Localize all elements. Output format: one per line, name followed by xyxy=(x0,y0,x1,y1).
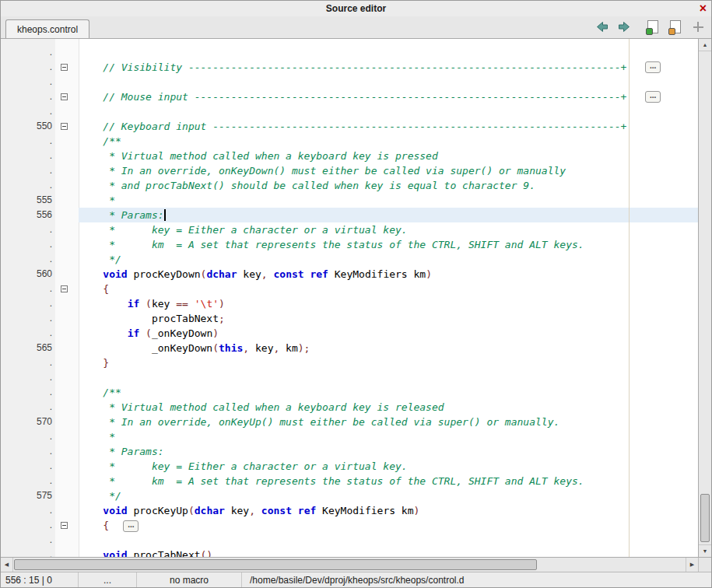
code-text[interactable]: if (_onKeyDown) xyxy=(79,326,698,341)
code-text[interactable]: { xyxy=(79,282,698,296)
code-line[interactable]: 565 _onKeyDown(this, key, km); xyxy=(1,341,698,355)
code-line[interactable]: 556 * Params: xyxy=(1,208,698,222)
fold-toggle-icon[interactable] xyxy=(61,522,68,529)
code-line[interactable]: 555 * xyxy=(1,193,698,208)
code-text[interactable]: * km = A set that represents the status … xyxy=(79,237,698,252)
close-icon[interactable]: × xyxy=(700,1,707,16)
code-line[interactable]: . // Mouse input -----------------------… xyxy=(1,89,698,104)
code-text[interactable]: * xyxy=(79,429,698,444)
code-text[interactable] xyxy=(79,104,698,119)
go-forward-icon[interactable] xyxy=(617,20,631,33)
code-text[interactable]: } xyxy=(79,355,698,370)
code-text[interactable]: * and procTabNext() should be called whe… xyxy=(79,178,698,193)
code-text[interactable]: * In an override, onKeyUp() must either … xyxy=(79,415,698,429)
code-line[interactable]: . */ xyxy=(1,252,698,267)
folded-code-ellipsis[interactable]: ... xyxy=(123,520,139,532)
code-line[interactable]: . * Params: xyxy=(1,444,698,459)
code-text[interactable]: // Keyboard input ----------------------… xyxy=(79,119,698,134)
code-line[interactable]: 550 // Keyboard input ------------------… xyxy=(1,119,698,134)
code-line[interactable]: . xyxy=(1,370,698,385)
code-text[interactable]: * key = Either a character or a virtual … xyxy=(79,222,698,237)
folded-code-ellipsis[interactable]: ... xyxy=(645,91,661,103)
code-text[interactable] xyxy=(79,533,698,548)
line-number: 555 xyxy=(1,193,55,208)
code-text[interactable]: /** xyxy=(79,134,698,149)
code-line[interactable]: . if (_onKeyDown) xyxy=(1,326,698,341)
code-text[interactable]: void procKeyDown(dchar key, const ref Ke… xyxy=(79,267,698,282)
vertical-scrollbar-thumb[interactable] xyxy=(700,494,710,542)
fold-toggle-icon[interactable] xyxy=(61,64,68,71)
code-text[interactable]: void procTabNext() xyxy=(79,548,698,557)
code-line[interactable]: . * key = Either a character or a virtua… xyxy=(1,222,698,237)
code-text[interactable]: * Virtual method called when a keyboard … xyxy=(79,400,698,415)
fold-toggle-icon[interactable] xyxy=(61,123,68,130)
code-text[interactable]: /** xyxy=(79,385,698,400)
code-line[interactable]: . { xyxy=(1,282,698,296)
detach-icon[interactable] xyxy=(691,20,705,33)
code-line[interactable]: . * Virtual method called when a keyboar… xyxy=(1,149,698,163)
code-line[interactable]: . {... xyxy=(1,518,698,533)
code-text[interactable]: {... xyxy=(79,518,698,533)
scroll-down-icon[interactable]: ▼ xyxy=(699,544,711,557)
tab-label: kheops.control xyxy=(17,24,78,35)
code-line[interactable]: . xyxy=(1,45,698,60)
code-line[interactable]: . xyxy=(1,533,698,548)
code-text[interactable]: * km = A set that represents the status … xyxy=(79,474,698,488)
code-text[interactable]: void procKeyUp(dchar key, const ref KeyM… xyxy=(79,503,698,518)
code-text[interactable]: */ xyxy=(79,252,698,267)
code-text[interactable]: * key = Either a character or a virtual … xyxy=(79,459,698,474)
code-text[interactable]: // Visibility --------------------------… xyxy=(79,60,698,75)
line-number: . xyxy=(1,60,55,75)
code-line[interactable]: . * xyxy=(1,429,698,444)
code-text[interactable]: * In an override, onKeyDown() must eithe… xyxy=(79,163,698,178)
code-line[interactable]: . } xyxy=(1,355,698,370)
code-line[interactable]: . * In an override, onKeyDown() must eit… xyxy=(1,163,698,178)
code-text[interactable] xyxy=(79,370,698,385)
code-text[interactable]: * xyxy=(79,193,698,208)
scroll-left-icon[interactable]: ◀ xyxy=(1,558,13,572)
code-editor[interactable]: .. // Visibility -----------------------… xyxy=(1,39,698,557)
code-line[interactable]: . * km = A set that represents the statu… xyxy=(1,474,698,488)
code-line[interactable]: . /** xyxy=(1,385,698,400)
code-text[interactable]: // Mouse input -------------------------… xyxy=(79,89,698,104)
horizontal-scrollbar[interactable]: ◀ ▶ xyxy=(1,558,698,572)
code-line[interactable]: . * and procTabNext() should be called w… xyxy=(1,178,698,193)
code-line[interactable]: . void procTabNext() xyxy=(1,548,698,557)
code-line[interactable]: . * key = Either a character or a virtua… xyxy=(1,459,698,474)
horizontal-scrollbar-thumb[interactable] xyxy=(14,559,537,570)
fold-toggle-icon[interactable] xyxy=(61,93,68,100)
code-line[interactable]: . xyxy=(1,75,698,89)
code-text[interactable] xyxy=(79,45,698,60)
go-back-icon[interactable] xyxy=(595,20,609,33)
code-text[interactable]: if (key == '\t') xyxy=(79,296,698,311)
code-line[interactable]: 560 void procKeyDown(dchar key, const re… xyxy=(1,267,698,282)
code-text[interactable]: */ xyxy=(79,488,698,503)
code-line[interactable]: 575 */ xyxy=(1,488,698,503)
folded-code-ellipsis[interactable]: ... xyxy=(645,61,661,73)
code-line[interactable]: . // Visibility ------------------------… xyxy=(1,60,698,75)
vertical-scrollbar[interactable]: ▲ ▼ xyxy=(698,39,711,557)
fold-column xyxy=(55,208,79,222)
code-line[interactable]: . * Virtual method called when a keyboar… xyxy=(1,400,698,415)
code-text[interactable]: procTabNext; xyxy=(79,311,698,326)
code-line[interactable]: . if (key == '\t') xyxy=(1,296,698,311)
code-line[interactable]: . xyxy=(1,104,698,119)
line-number: . xyxy=(1,149,55,163)
code-text[interactable]: * Virtual method called when a keyboard … xyxy=(79,149,698,163)
tab-kheops-control[interactable]: kheops.control xyxy=(5,19,89,38)
code-line[interactable]: . * km = A set that represents the statu… xyxy=(1,237,698,252)
code-text[interactable]: _onKeyDown(this, key, km); xyxy=(79,341,698,355)
code-line[interactable]: . /** xyxy=(1,134,698,149)
code-line[interactable]: . procTabNext; xyxy=(1,311,698,326)
code-line[interactable]: 570 * In an override, onKeyUp() must eit… xyxy=(1,415,698,429)
code-text[interactable] xyxy=(79,75,698,89)
scroll-right-icon[interactable]: ▶ xyxy=(686,558,698,572)
code-line[interactable]: . void procKeyUp(dchar key, const ref Ke… xyxy=(1,503,698,518)
line-number: . xyxy=(1,474,55,488)
save-document-icon[interactable] xyxy=(646,20,660,33)
scroll-up-icon[interactable]: ▲ xyxy=(699,39,711,51)
code-text[interactable]: * Params: xyxy=(79,208,698,222)
code-text[interactable]: * Params: xyxy=(79,444,698,459)
fold-toggle-icon[interactable] xyxy=(61,285,68,292)
save-document-as-icon[interactable] xyxy=(668,20,682,33)
